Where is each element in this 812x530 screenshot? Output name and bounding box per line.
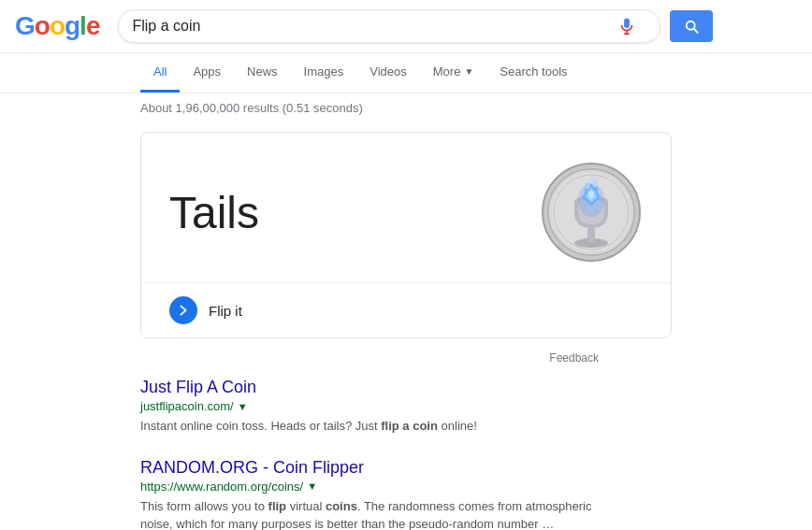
logo-g2: g <box>65 11 80 40</box>
tab-more-label: More <box>433 64 461 79</box>
result-1-url: justflipacoin.com/ <box>140 399 234 413</box>
result-2-url-dropdown[interactable]: ▼ <box>307 480 317 492</box>
feedback-row: Feedback <box>0 348 739 368</box>
logo-e: e <box>86 11 100 40</box>
result-1-url-dropdown[interactable]: ▼ <box>238 401 248 412</box>
results-count-text: About 1,96,00,000 results (0.51 seconds) <box>140 101 363 115</box>
tab-images[interactable]: Images <box>291 53 357 93</box>
tab-apps[interactable]: Apps <box>180 53 234 93</box>
tab-more[interactable]: More ▼ <box>420 53 487 93</box>
search-icon <box>683 18 700 35</box>
result-2-url: https://www.random.org/coins/ <box>140 480 303 494</box>
tab-videos[interactable]: Videos <box>356 53 420 93</box>
result-1-title[interactable]: Just Flip A Coin <box>140 378 599 397</box>
search-results: Just Flip A Coin justflipacoin.com/ ▼ In… <box>0 368 599 530</box>
chevron-down-icon: ▼ <box>464 66 473 77</box>
logo-o1: o <box>35 11 50 40</box>
google-logo: Google <box>15 11 99 41</box>
tab-all[interactable]: All <box>140 53 180 93</box>
logo-l: l <box>80 11 86 40</box>
logo-text: Google <box>15 11 99 40</box>
coin-result-text: Tails <box>169 187 259 238</box>
search-input[interactable] <box>132 18 616 35</box>
result-2-url-row: https://www.random.org/coins/ ▼ <box>140 480 599 494</box>
search-bar <box>118 9 660 43</box>
coin-result-area: Tails <box>141 133 671 282</box>
nav-tabs: All Apps News Images Videos More ▼ Searc… <box>0 53 812 93</box>
result-2-title[interactable]: RANDOM.ORG - Coin Flipper <box>140 458 599 478</box>
coin-flip-action: Flip it <box>141 282 671 337</box>
tab-search-tools[interactable]: Search tools <box>486 53 580 93</box>
header: Google <box>0 0 812 53</box>
arrow-icon <box>176 303 191 318</box>
svg-rect-5 <box>587 228 595 243</box>
result-2-snippet: This form allows you to flip virtual coi… <box>140 497 599 531</box>
flip-it-label[interactable]: Flip it <box>209 303 242 319</box>
svg-point-7 <box>585 182 590 190</box>
flip-it-button[interactable] <box>169 296 197 324</box>
mic-icon[interactable] <box>616 16 637 36</box>
svg-point-8 <box>593 179 598 186</box>
results-count: About 1,96,00,000 results (0.51 seconds) <box>0 93 812 122</box>
feedback-link[interactable]: Feedback <box>549 351 599 365</box>
svg-point-9 <box>589 177 593 182</box>
result-1-snippet: Instant online coin toss. Heads or tails… <box>140 417 599 436</box>
coin-image <box>540 161 643 264</box>
logo-g: G <box>15 11 35 40</box>
coin-flip-widget: Tails <box>140 132 672 338</box>
result-1-url-row: justflipacoin.com/ ▼ <box>140 399 599 413</box>
search-button[interactable] <box>670 10 713 42</box>
logo-o2: o <box>50 11 65 40</box>
tab-news[interactable]: News <box>234 53 291 93</box>
search-result-2: RANDOM.ORG - Coin Flipper https://www.ra… <box>140 458 599 531</box>
search-result-1: Just Flip A Coin justflipacoin.com/ ▼ In… <box>140 378 599 436</box>
